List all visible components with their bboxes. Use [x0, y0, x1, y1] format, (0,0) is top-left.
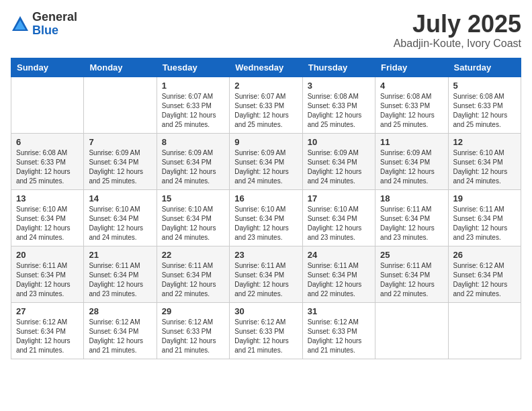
day-number: 15	[162, 193, 224, 203]
calendar-cell: 29Sunrise: 6:12 AM Sunset: 6:33 PM Dayli…	[157, 302, 229, 359]
logo-blue-text: Blue	[32, 24, 77, 38]
day-number: 9	[234, 137, 297, 147]
day-number: 10	[308, 137, 370, 147]
day-info: Sunrise: 6:11 AM Sunset: 6:34 PM Dayligh…	[308, 261, 370, 299]
calendar-header-friday: Friday	[375, 58, 448, 77]
calendar-cell: 25Sunrise: 6:11 AM Sunset: 6:34 PM Dayli…	[375, 246, 448, 302]
calendar-cell: 3Sunrise: 6:08 AM Sunset: 6:33 PM Daylig…	[302, 77, 375, 133]
calendar-header-thursday: Thursday	[302, 58, 375, 77]
calendar-cell	[375, 302, 448, 359]
calendar-cell: 31Sunrise: 6:12 AM Sunset: 6:33 PM Dayli…	[302, 302, 375, 359]
logo-text: General Blue	[32, 11, 77, 38]
calendar-cell: 5Sunrise: 6:08 AM Sunset: 6:33 PM Daylig…	[448, 77, 521, 133]
day-info: Sunrise: 6:10 AM Sunset: 6:34 PM Dayligh…	[89, 205, 151, 242]
day-info: Sunrise: 6:10 AM Sunset: 6:34 PM Dayligh…	[234, 205, 297, 242]
calendar-cell	[448, 302, 521, 359]
calendar-cell: 10Sunrise: 6:09 AM Sunset: 6:34 PM Dayli…	[302, 133, 375, 189]
calendar-cell: 23Sunrise: 6:11 AM Sunset: 6:34 PM Dayli…	[230, 246, 302, 302]
day-info: Sunrise: 6:11 AM Sunset: 6:34 PM Dayligh…	[16, 261, 79, 299]
month-title: July 2025	[394, 11, 521, 38]
day-info: Sunrise: 6:11 AM Sunset: 6:34 PM Dayligh…	[380, 261, 443, 299]
calendar-cell: 14Sunrise: 6:10 AM Sunset: 6:34 PM Dayli…	[84, 189, 157, 246]
day-number: 27	[16, 306, 79, 316]
day-number: 1	[162, 81, 224, 91]
day-info: Sunrise: 6:09 AM Sunset: 6:34 PM Dayligh…	[162, 148, 224, 186]
logo-general-text: General	[32, 11, 77, 24]
day-info: Sunrise: 6:12 AM Sunset: 6:33 PM Dayligh…	[308, 318, 370, 355]
calendar-cell: 21Sunrise: 6:11 AM Sunset: 6:34 PM Dayli…	[84, 246, 157, 302]
location-title: Abadjin-Koute, Ivory Coast	[394, 38, 521, 50]
calendar-cell: 11Sunrise: 6:09 AM Sunset: 6:34 PM Dayli…	[375, 133, 448, 189]
day-number: 6	[16, 137, 79, 147]
day-number: 24	[308, 250, 370, 260]
calendar-cell: 19Sunrise: 6:11 AM Sunset: 6:34 PM Dayli…	[448, 189, 521, 246]
title-area: July 2025 Abadjin-Koute, Ivory Coast	[394, 11, 521, 50]
page-header: General Blue July 2025 Abadjin-Koute, Iv…	[11, 11, 521, 50]
day-info: Sunrise: 6:08 AM Sunset: 6:33 PM Dayligh…	[308, 92, 370, 130]
day-number: 29	[162, 306, 224, 316]
day-number: 2	[234, 81, 297, 91]
calendar-table: SundayMondayTuesdayWednesdayThursdayFrid…	[11, 58, 521, 359]
calendar-cell: 18Sunrise: 6:11 AM Sunset: 6:34 PM Dayli…	[375, 189, 448, 246]
day-number: 13	[16, 193, 79, 203]
day-info: Sunrise: 6:08 AM Sunset: 6:33 PM Dayligh…	[453, 92, 516, 130]
day-info: Sunrise: 6:11 AM Sunset: 6:34 PM Dayligh…	[453, 205, 516, 242]
calendar-header-saturday: Saturday	[448, 58, 521, 77]
calendar-cell	[11, 77, 84, 133]
day-info: Sunrise: 6:09 AM Sunset: 6:34 PM Dayligh…	[234, 148, 297, 186]
day-number: 5	[453, 81, 516, 91]
day-info: Sunrise: 6:07 AM Sunset: 6:33 PM Dayligh…	[162, 92, 224, 130]
calendar-cell: 24Sunrise: 6:11 AM Sunset: 6:34 PM Dayli…	[302, 246, 375, 302]
day-info: Sunrise: 6:10 AM Sunset: 6:34 PM Dayligh…	[453, 148, 516, 186]
calendar-cell: 30Sunrise: 6:12 AM Sunset: 6:33 PM Dayli…	[230, 302, 302, 359]
calendar-cell: 17Sunrise: 6:10 AM Sunset: 6:34 PM Dayli…	[302, 189, 375, 246]
day-info: Sunrise: 6:09 AM Sunset: 6:34 PM Dayligh…	[380, 148, 443, 186]
calendar-header-wednesday: Wednesday	[230, 58, 302, 77]
calendar-cell: 2Sunrise: 6:07 AM Sunset: 6:33 PM Daylig…	[230, 77, 302, 133]
calendar-cell: 20Sunrise: 6:11 AM Sunset: 6:34 PM Dayli…	[11, 246, 84, 302]
day-number: 25	[380, 250, 443, 260]
day-info: Sunrise: 6:12 AM Sunset: 6:34 PM Dayligh…	[16, 318, 79, 355]
logo-icon	[11, 15, 30, 34]
calendar-cell: 12Sunrise: 6:10 AM Sunset: 6:34 PM Dayli…	[448, 133, 521, 189]
calendar-cell: 4Sunrise: 6:08 AM Sunset: 6:33 PM Daylig…	[375, 77, 448, 133]
calendar-week-row: 27Sunrise: 6:12 AM Sunset: 6:34 PM Dayli…	[11, 302, 521, 359]
calendar-week-row: 6Sunrise: 6:08 AM Sunset: 6:33 PM Daylig…	[11, 133, 521, 189]
day-number: 16	[234, 193, 297, 203]
calendar-cell: 27Sunrise: 6:12 AM Sunset: 6:34 PM Dayli…	[11, 302, 84, 359]
day-number: 26	[453, 250, 516, 260]
day-number: 19	[453, 193, 516, 203]
day-info: Sunrise: 6:09 AM Sunset: 6:34 PM Dayligh…	[308, 148, 370, 186]
day-info: Sunrise: 6:09 AM Sunset: 6:34 PM Dayligh…	[89, 148, 151, 186]
calendar-cell: 16Sunrise: 6:10 AM Sunset: 6:34 PM Dayli…	[230, 189, 302, 246]
day-number: 11	[380, 137, 443, 147]
calendar-cell: 26Sunrise: 6:12 AM Sunset: 6:34 PM Dayli…	[448, 246, 521, 302]
calendar-cell: 9Sunrise: 6:09 AM Sunset: 6:34 PM Daylig…	[230, 133, 302, 189]
day-info: Sunrise: 6:10 AM Sunset: 6:34 PM Dayligh…	[16, 205, 79, 242]
day-info: Sunrise: 6:10 AM Sunset: 6:34 PM Dayligh…	[162, 205, 224, 242]
calendar-cell	[84, 77, 157, 133]
calendar-week-row: 1Sunrise: 6:07 AM Sunset: 6:33 PM Daylig…	[11, 77, 521, 133]
calendar-cell: 1Sunrise: 6:07 AM Sunset: 6:33 PM Daylig…	[157, 77, 229, 133]
calendar-header-monday: Monday	[84, 58, 157, 77]
day-number: 14	[89, 193, 151, 203]
day-number: 22	[162, 250, 224, 260]
day-info: Sunrise: 6:11 AM Sunset: 6:34 PM Dayligh…	[234, 261, 297, 299]
calendar-cell: 13Sunrise: 6:10 AM Sunset: 6:34 PM Dayli…	[11, 189, 84, 246]
day-info: Sunrise: 6:11 AM Sunset: 6:34 PM Dayligh…	[380, 205, 443, 242]
day-number: 17	[308, 193, 370, 203]
calendar-cell: 15Sunrise: 6:10 AM Sunset: 6:34 PM Dayli…	[157, 189, 229, 246]
day-info: Sunrise: 6:07 AM Sunset: 6:33 PM Dayligh…	[234, 92, 297, 130]
day-number: 30	[234, 306, 297, 316]
calendar-header-sunday: Sunday	[11, 58, 84, 77]
calendar-header-row: SundayMondayTuesdayWednesdayThursdayFrid…	[11, 58, 521, 77]
day-number: 8	[162, 137, 224, 147]
calendar-header-tuesday: Tuesday	[157, 58, 229, 77]
day-number: 7	[89, 137, 151, 147]
day-info: Sunrise: 6:11 AM Sunset: 6:34 PM Dayligh…	[162, 261, 224, 299]
calendar-week-row: 20Sunrise: 6:11 AM Sunset: 6:34 PM Dayli…	[11, 246, 521, 302]
day-info: Sunrise: 6:12 AM Sunset: 6:33 PM Dayligh…	[234, 318, 297, 355]
day-info: Sunrise: 6:12 AM Sunset: 6:34 PM Dayligh…	[89, 318, 151, 355]
day-number: 28	[89, 306, 151, 316]
logo: General Blue	[11, 11, 77, 38]
